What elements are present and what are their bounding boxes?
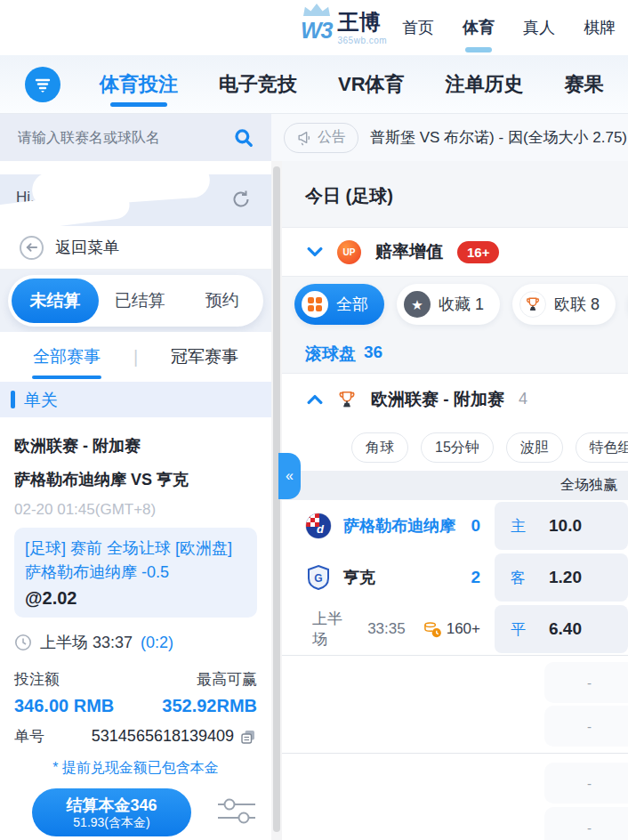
trophy-icon [337,390,357,409]
megaphone-icon [296,130,312,146]
tab-unsettled[interactable]: 未结算 [12,279,99,323]
top-nav-live-casino[interactable]: 真人 [523,1,555,54]
brand-logo[interactable]: W3 王博 365wb.com [301,4,387,45]
logo-title: 王博 [338,9,388,36]
odds-cell-empty[interactable]: - [544,807,628,840]
home-team-crest: d [305,513,332,539]
more-markets-link[interactable]: 160+ [423,620,480,639]
chip-all-leagues[interactable]: 全部 [294,284,384,325]
chip-favorites[interactable]: ★ 收藏 1 [397,284,500,325]
chip-europa-league[interactable]: 欧联 8 [512,284,616,325]
cashout-button[interactable]: 结算本金346 51.93(含本金) [32,788,191,836]
market-chip-specials[interactable]: 特色组合 [576,432,628,463]
odds-value-home: 10.0 [549,516,582,536]
home-team-score: 0 [471,516,480,536]
logo-w3-text: W3 [301,20,333,40]
chip-label: 全部 [336,294,368,315]
top-nav-sports[interactable]: 体育 [463,1,495,54]
live-period-clock: 上半场 33:37 [40,632,133,653]
clock-icon [14,634,32,651]
odds-cell-empty[interactable]: - [544,662,628,703]
selection-odds: @2.02 [25,588,246,609]
market-chip-correct-score[interactable]: 波胆 [506,432,563,463]
tab-results[interactable]: 赛果 [565,59,604,110]
away-team-name: 亨克 [343,567,375,588]
logo-mark: W3 [301,4,333,40]
odds-cell-empty[interactable]: - [544,763,628,804]
home-team-row: d 萨格勒布迪纳摩 0 主 10.0 [282,500,628,552]
row-divider [282,753,628,754]
market-chip-15min[interactable]: 15分钟 [421,432,494,463]
scrollbar-thumb[interactable] [273,166,280,832]
page-title: 今日 (足球) [282,161,628,227]
in-play-count[interactable]: 滚球盘 36 [282,332,628,373]
live-status-row: 上半场 33:37 (0:2) [14,632,257,653]
ticket-label: 单号 [14,726,44,747]
announcement-label: 公告 [318,128,346,147]
odds-cell-empty[interactable]: - [544,706,628,747]
bet-slip-panel: Hi, 返回菜单 未结算 已结算 预约 [0,161,271,840]
odds-home-win[interactable]: 主 10.0 [495,502,628,550]
cashout-line1: 结算本金346 [66,796,157,815]
trophy-icon [519,291,546,318]
ticket-number: 5314565618139409 [92,727,234,746]
app-window: W3 王博 365wb.com 首页 体育 真人 棋牌 体育投注 电子竞技 [0,0,628,840]
tab-sports-betting[interactable]: 体育投注 [100,59,178,110]
top-header: W3 王博 365wb.com 首页 体育 真人 棋牌 [0,0,628,55]
refresh-button[interactable] [230,189,252,214]
tab-settled[interactable]: 已结算 [99,289,181,312]
league-match-count: 4 [519,390,527,408]
market-column-header: 全场独赢 [282,471,628,500]
bet-type-label: 单关 [24,389,58,412]
event-tabs: 全部赛事 | 冠军赛事 [0,332,271,382]
top-nav-home[interactable]: 首页 [402,1,434,54]
status-tabs: 未结算 已结算 预约 [8,275,263,327]
filter-menu-button[interactable] [25,67,60,102]
stake-value: 346.00 RMB [14,696,114,716]
match-meta-row: 上半场 33:35 160+ 平 6.40 [282,603,628,655]
tab-vr-sports[interactable]: VR体育 [338,59,405,110]
odds-away-win[interactable]: 客 1.20 [495,553,628,602]
tab-bet-history[interactable]: 注单历史 [446,59,524,110]
announcement-pill[interactable]: 公告 [284,123,358,153]
odds-draw[interactable]: 平 6.40 [495,605,628,653]
chip-label: 收藏 1 [439,294,484,315]
home-team-name: 萨格勒布迪纳摩 [343,515,455,537]
tab-reserved[interactable]: 预约 [181,289,264,312]
odds-boost-row[interactable]: UP 赔率增值 16+ [282,227,628,277]
sliders-icon [216,795,257,827]
cashout-note: * 提前兑现金额已包含本金 [14,759,257,778]
collapse-panel-handle[interactable]: « [278,453,301,499]
back-to-menu[interactable]: 返回菜单 [0,226,271,270]
search-input[interactable] [18,130,234,146]
copy-icon[interactable] [239,728,257,746]
in-play-number: 36 [364,343,382,373]
max-win-label: 最高可赢 [197,669,257,690]
cashout-settings-button[interactable] [216,795,257,830]
svg-text:G: G [314,572,322,585]
chevron-down-icon [307,246,323,257]
in-play-label: 滚球盘 [305,343,356,373]
boost-count-badge: 16+ [457,241,499,263]
back-label: 返回菜单 [55,237,119,258]
match-row-card[interactable]: d 萨格勒布迪纳摩 0 主 10.0 G 亨克 2 [282,500,628,655]
max-win-value: 352.92RMB [162,696,257,716]
cashout-line2: 51.93(含本金) [73,815,149,830]
match-period: 上半场 [312,609,350,650]
odds-label-away: 客 [511,568,526,588]
logo-domain: 365wb.com [338,36,388,45]
tab-all-events[interactable]: 全部赛事 [0,333,133,381]
search-icon[interactable] [234,128,254,148]
bet-match: 萨格勒布迪纳摩 VS 亨克 [14,469,257,490]
next-matches-section: - - - - [282,655,628,840]
tab-champion-events[interactable]: 冠军赛事 [138,333,271,381]
odds-label-home: 主 [511,516,526,537]
market-chip-corners[interactable]: 角球 [351,432,408,463]
panel-scrollbar[interactable] [271,161,282,840]
tab-esports[interactable]: 电子竞技 [219,59,297,110]
bet-ticket-card: 欧洲联赛 - 附加赛 萨格勒布迪纳摩 VS 亨克 02-20 01:45(GMT… [0,417,271,840]
greeting-row: Hi, [0,174,271,226]
away-team-crest: G [305,564,332,591]
top-nav-cards[interactable]: 棋牌 [584,1,616,54]
league-section-header[interactable]: 欧洲联赛 - 附加赛 4 [282,373,628,424]
